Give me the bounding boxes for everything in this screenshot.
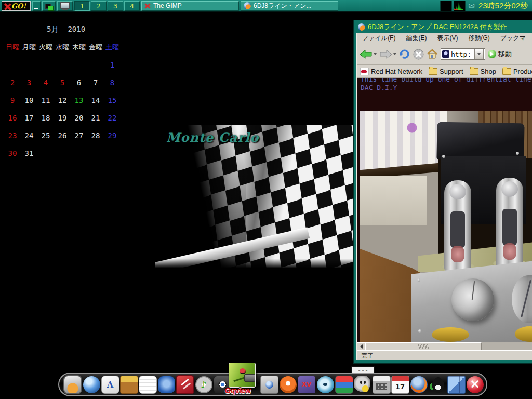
headset-audio-icon [158,376,175,393]
home-button[interactable] [427,49,438,59]
dock-item-earth-browser[interactable] [82,374,101,395]
scrollbar-thumb[interactable] [365,342,482,350]
calendar-date: 12 [58,96,67,104]
dock-item-documents[interactable] [138,374,157,395]
go-button[interactable]: 移動 [488,49,512,59]
bookmark-support[interactable]: Support [429,68,463,75]
forward-dropdown-icon[interactable] [393,53,396,55]
tube-plates [450,211,465,248]
bookmark-product[interactable]: Product [502,68,532,75]
url-bar [441,48,485,60]
menu-bookmarks[interactable]: ブックマ [500,34,526,43]
icon-glyph: XV [302,381,312,388]
calendar-date: 14 [91,96,100,104]
menu-file[interactable]: ファイル(F) [362,34,395,43]
dock-item-calendar[interactable]: 17 [391,374,409,395]
workspace-button-3[interactable]: 3 [108,1,123,11]
task-button-gimp[interactable]: The GIMP [141,1,239,11]
calendar-date: 22 [108,114,117,122]
photo-brass-foot [432,327,469,342]
calendar-date: 25 [42,131,50,140]
system-monitor-applet[interactable] [454,1,466,11]
tray-blank-applet[interactable] [440,1,452,11]
calendar-date: 13 [75,96,84,104]
dock-item-xv-viewer[interactable]: XV [297,374,316,395]
menubar: ファイル(F)編集(E)表示(V)移動(G)ブックマ [357,33,532,44]
calendar-day-header: 火曜 [39,43,52,52]
workspace-button-4[interactable]: 4 [124,1,140,11]
calendar-date: 7 [94,78,98,87]
pager-applet[interactable] [42,1,56,11]
url-input[interactable] [451,50,473,58]
statusbar: 完了 [357,350,532,360]
calendar-date: 1 [110,61,114,69]
chevron-down-icon [477,53,481,55]
dock-item-cube-3d[interactable] [447,374,466,395]
gqview-icon[interactable]: Gqview [227,363,258,395]
menu-go[interactable]: 移動(G) [468,34,489,43]
bookmarks-bar: Red Hat NetworkSupportShopProduct [357,65,532,78]
dock-item-adobe-reader[interactable] [176,374,194,395]
icon-glyph: ♪ [201,379,207,390]
window-square-icon [48,6,54,11]
calendar-day-header: 金曜 [89,43,102,52]
task-button-browser[interactable]: 6DJ8ライン・アン... [241,1,338,11]
calendar-day-header: 月曜 [22,43,36,52]
desktop-monitor-applet[interactable] [57,1,73,11]
forward-button[interactable] [379,49,396,59]
dock-item-tux-penguin[interactable] [428,374,447,395]
dock-item-network-globe[interactable] [260,374,278,395]
bookmark-label: Red Hat Network [371,68,422,75]
calendar-date: 6 [77,78,81,87]
dock-item-paint-jar[interactable] [335,374,353,395]
task-label: 6DJ8ライン・アン... [254,2,311,10]
home-icon [427,49,438,59]
dock-item-firefox[interactable] [409,374,428,395]
stop-button[interactable] [413,49,424,60]
url-favicon [442,50,449,58]
workspace-button-2[interactable]: 2 [91,1,107,11]
workspace-button-1[interactable]: 1 [74,1,90,11]
dock: A♪XV17× [58,373,487,396]
bookmark-red-hat-network[interactable]: Red Hat Network [360,68,422,75]
dock-item-shell-terminal[interactable] [63,374,82,395]
knob-indicator [521,280,531,318]
firefox-window-icon [358,23,365,31]
url-dropdown-button[interactable] [474,49,484,59]
amplifier-photo [360,111,532,342]
dock-item-calculator[interactable] [372,374,391,395]
dock-item-text-editor[interactable]: A [101,374,119,395]
calendar-day-header: 土曜 [105,43,119,52]
scroll-left-button[interactable] [357,342,365,350]
network-globe-icon [260,376,278,394]
bookmark-shop[interactable]: Shop [470,68,496,75]
dock-item-headset-audio[interactable] [157,374,176,395]
back-button[interactable] [360,49,377,59]
task-label: The GIMP [153,2,182,9]
mail-icon[interactable]: ✉ [468,1,475,10]
reload-button[interactable] [399,49,410,59]
calendar-date: 23 [8,131,17,140]
calendar-title: 5月 2010 [47,25,127,34]
dock-item-quit[interactable]: × [466,374,484,395]
dock-item-music-cd[interactable]: ♪ [194,374,213,395]
scrollbar-track[interactable] [482,342,532,350]
workspace-switcher: 1234 [74,1,140,11]
spectrum-graph-icon [454,1,464,10]
window-titlebar[interactable]: 6DJ8ライン・アンプ DAC FN1242A 付き製作 [356,21,532,33]
package-box-icon [120,376,138,394]
desktop-calendar: 5月 2010 日曜月曜火曜水曜木曜金曜土曜123456789101112131… [4,23,127,162]
menu-view[interactable]: 表示(V) [437,34,458,43]
dock-item-blender[interactable] [278,374,297,395]
minimize-applet-button[interactable] [32,1,41,11]
back-dropdown-icon[interactable] [374,53,377,55]
calendar-date: 15 [108,96,117,104]
tux-penguin-icon [429,376,446,393]
dock-item-package-box[interactable] [119,374,138,395]
menu-edit[interactable]: 編集(E) [406,34,427,43]
dock-item-bluefish[interactable] [316,374,335,395]
go-menu-button[interactable]: GO! [2,1,31,11]
tube-glow [451,246,464,262]
underscore-icon [34,8,38,9]
dock-item-gimp-wilber[interactable] [353,374,372,395]
